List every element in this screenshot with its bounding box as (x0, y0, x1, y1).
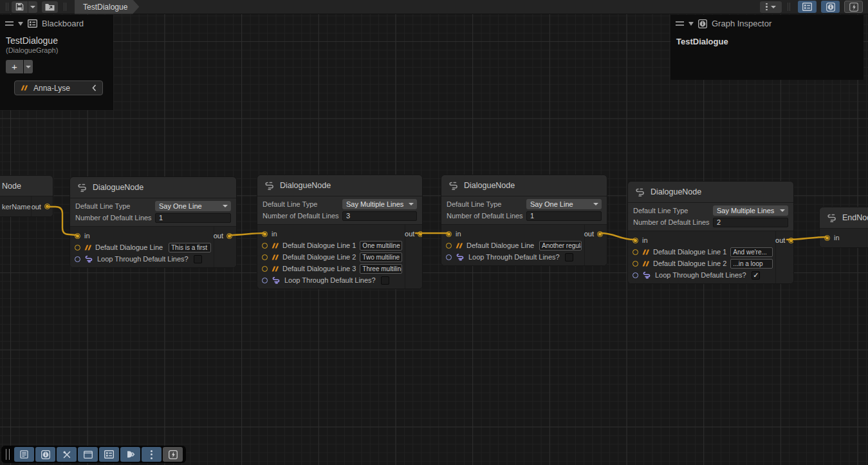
inspector-toggle-button[interactable] (821, 1, 840, 13)
save-button[interactable] (12, 1, 28, 13)
loop-port[interactable] (262, 278, 268, 283)
kebab-icon (766, 3, 768, 11)
loop-port[interactable] (75, 256, 80, 262)
input-port[interactable] (262, 231, 268, 237)
dialogue-node-icon (634, 187, 645, 197)
dialogue-node-3[interactable]: DialogueNode Default Line Type Say One L… (441, 175, 607, 266)
num-lines-label: Number of Default Lines (263, 212, 342, 220)
graph-inspector-header[interactable]: Graph Inspector (670, 15, 863, 32)
dialogue-node-1[interactable]: DialogueNode Default Line Type Say One L… (69, 176, 237, 268)
info-icon (41, 450, 50, 459)
line-type-dropdown[interactable]: Say One Line (155, 201, 231, 211)
num-lines-field[interactable]: 3 (342, 211, 417, 221)
dialogue-node-icon (77, 183, 88, 193)
input-port[interactable] (824, 235, 830, 241)
loop-checkbox[interactable] (565, 253, 573, 261)
line-text-field[interactable]: And we're... (730, 247, 773, 257)
loop-port[interactable] (446, 254, 452, 260)
node-title: Node (0, 176, 53, 196)
dialogue-node-icon (264, 181, 275, 191)
window-icon (84, 451, 93, 459)
line-text-field[interactable]: Another regular (539, 241, 582, 251)
output-port[interactable] (788, 238, 793, 243)
line-text-field[interactable]: One multiline (360, 241, 402, 251)
node-properties: Default Line Type Say One Line Number of… (70, 198, 236, 226)
speaker-name-field-partial[interactable]: kerName (0, 203, 31, 211)
info-icon (826, 3, 835, 12)
loop-checkbox[interactable] (381, 276, 389, 285)
node-title: DialogueNode (70, 177, 236, 198)
line-type-label: Default Line Type (263, 200, 342, 208)
line-port[interactable] (633, 261, 638, 267)
output-port[interactable] (44, 204, 50, 209)
loop-port-label: Loop Through Default Lines? (284, 276, 376, 284)
tools-button[interactable] (57, 447, 77, 462)
chevron-down-icon (409, 203, 414, 205)
dialogue-node-4[interactable]: DialogueNode Default Line Type Say Multi… (627, 181, 794, 284)
input-port[interactable] (633, 238, 638, 243)
graph-canvas[interactable]: TestDialogue Blackboard TestD (0, 0, 868, 465)
line-port[interactable] (262, 266, 268, 272)
line-text-field[interactable]: Three multiline (360, 264, 402, 274)
num-lines-field[interactable]: 1 (526, 211, 602, 221)
line-type-dropdown[interactable]: Say Multiple Lines (713, 205, 788, 216)
output-port[interactable] (597, 231, 603, 237)
line-type-dropdown[interactable]: Say Multiple Lines (342, 199, 417, 209)
chevron-down-icon (26, 66, 31, 68)
loop-port[interactable] (633, 272, 638, 278)
input-port[interactable] (446, 231, 452, 237)
line-port[interactable] (262, 254, 268, 260)
line-port-label: Default Dialogue Line (466, 242, 534, 249)
options-menu-button[interactable] (760, 1, 782, 13)
more-options-button[interactable] (142, 447, 162, 462)
num-lines-label: Number of Default Lines (447, 212, 526, 220)
num-lines-field[interactable]: 2 (713, 218, 788, 227)
num-lines-field[interactable]: 1 (155, 213, 231, 223)
collapse-triangle-icon[interactable] (18, 22, 23, 26)
quote-icon (272, 254, 279, 260)
output-port[interactable] (226, 233, 232, 239)
blackboard-header[interactable]: Blackboard (0, 15, 113, 32)
chevron-left-icon[interactable] (92, 84, 97, 91)
input-port[interactable] (75, 233, 80, 239)
line-text-field[interactable]: ...in a loop (730, 259, 773, 269)
blackboard-panel: Blackboard TestDialogue (DialogueGraph) … (0, 15, 113, 110)
in-port-label: in (834, 234, 840, 242)
start-node-partial[interactable]: Node kerName out (0, 175, 53, 217)
drag-handle-icon[interactable] (5, 21, 14, 26)
line-text-field[interactable]: This is a first (169, 243, 211, 252)
add-variable-button[interactable]: + (6, 60, 23, 73)
line-type-dropdown[interactable]: Say One Line (526, 199, 602, 209)
open-asset-button[interactable] (42, 1, 58, 13)
dialogue-node-2[interactable]: DialogueNode Default Line Type Say Multi… (257, 175, 423, 289)
quote-icon (272, 243, 279, 249)
preview-button[interactable] (120, 447, 140, 462)
save-dropdown-button[interactable] (28, 1, 37, 13)
conditions-button[interactable] (163, 447, 183, 462)
blackboard-button[interactable] (99, 447, 119, 462)
add-variable-dropdown[interactable] (24, 60, 33, 73)
end-node[interactable]: EndNode in (819, 207, 868, 248)
num-lines-label: Number of Default Lines (75, 214, 155, 222)
collapse-triangle-icon[interactable] (688, 22, 694, 26)
output-port[interactable] (418, 231, 422, 237)
quote-icon (21, 85, 28, 91)
window-button[interactable] (78, 447, 98, 462)
loop-checkbox[interactable] (194, 255, 202, 263)
line-text-field[interactable]: Two multiline (360, 252, 402, 262)
quote-icon (642, 249, 649, 255)
inspector-button[interactable] (35, 447, 55, 462)
asset-details-button[interactable] (14, 447, 34, 462)
breadcrumb-tab[interactable]: TestDialogue (75, 0, 139, 14)
blackboard-toggle-button[interactable] (798, 1, 817, 13)
drag-handle-icon[interactable] (6, 449, 10, 460)
loop-checkbox[interactable] (752, 271, 760, 280)
line-port[interactable] (633, 249, 638, 255)
line-port[interactable] (75, 245, 80, 251)
drag-handle-icon[interactable] (676, 21, 684, 26)
blackboard-variable-anna-lyse[interactable]: Anna-Lyse (14, 81, 103, 95)
node-properties: Default Line Type Say Multiple Lines Num… (257, 196, 422, 224)
line-port[interactable] (446, 243, 452, 249)
conditions-toggle-button[interactable] (844, 1, 863, 13)
line-port[interactable] (262, 243, 268, 249)
